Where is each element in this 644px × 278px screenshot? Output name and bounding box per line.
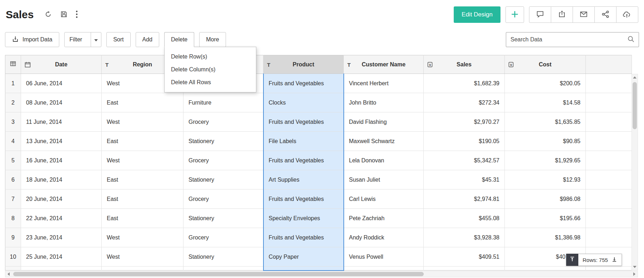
category-cell[interactable]: Grocery bbox=[183, 189, 263, 209]
region-cell[interactable]: East bbox=[102, 170, 183, 189]
region-cell[interactable]: East bbox=[102, 189, 183, 209]
row-number-cell[interactable]: 2 bbox=[5, 93, 21, 112]
scroll-to-bottom-button[interactable] bbox=[612, 257, 617, 263]
sort-button[interactable]: Sort bbox=[106, 32, 130, 47]
product-cell[interactable]: Fruits and Vegetables bbox=[263, 112, 344, 132]
sales-cell[interactable]: $45.31 bbox=[424, 170, 505, 189]
export-button[interactable] bbox=[551, 6, 573, 23]
region-cell[interactable]: East bbox=[102, 93, 183, 112]
category-cell[interactable]: Grocery bbox=[183, 112, 263, 132]
region-cell[interactable]: East bbox=[102, 209, 183, 228]
column-header-product[interactable]: T Product bbox=[263, 55, 344, 74]
date-cell[interactable]: 13 June, 2014 bbox=[21, 132, 102, 151]
date-cell[interactable]: 25 June, 2014 bbox=[21, 247, 102, 267]
sales-cell[interactable]: $2,970.27 bbox=[424, 112, 505, 132]
cost-cell[interactable]: $12.93 bbox=[505, 170, 586, 189]
date-cell[interactable]: 23 June, 2014 bbox=[21, 228, 102, 247]
product-cell[interactable]: Fruits and Vegetables bbox=[263, 151, 344, 170]
product-cell[interactable]: Art Supplies bbox=[263, 170, 344, 189]
region-cell[interactable]: West bbox=[102, 228, 183, 247]
select-all-header[interactable] bbox=[5, 55, 21, 74]
sales-cell[interactable]: $409.51 bbox=[424, 247, 505, 267]
column-header-date[interactable]: Date bbox=[21, 55, 102, 74]
horizontal-scrollbar-thumb[interactable] bbox=[13, 272, 424, 276]
add-button[interactable]: Add bbox=[136, 32, 159, 47]
row-number-cell[interactable]: 6 bbox=[5, 170, 21, 189]
row-number-cell[interactable]: 1 bbox=[5, 74, 21, 93]
comments-button[interactable] bbox=[529, 6, 551, 23]
scroll-up-arrow[interactable] bbox=[632, 75, 638, 80]
more-button[interactable]: More bbox=[199, 32, 226, 47]
date-cell[interactable]: 20 June, 2014 bbox=[21, 189, 102, 209]
sales-cell[interactable]: $455.08 bbox=[424, 209, 505, 228]
category-cell[interactable]: Grocery bbox=[183, 228, 263, 247]
customer-cell[interactable] bbox=[344, 267, 424, 271]
email-button[interactable] bbox=[573, 6, 595, 23]
search-input[interactable] bbox=[510, 36, 628, 43]
product-cell[interactable] bbox=[263, 267, 344, 271]
date-cell[interactable]: 16 June, 2014 bbox=[21, 151, 102, 170]
category-cell[interactable]: Furniture bbox=[183, 93, 263, 112]
date-cell[interactable]: 18 June, 2014 bbox=[21, 170, 102, 189]
product-cell[interactable]: Specialty Envelopes bbox=[263, 209, 344, 228]
column-header-sales[interactable]: 9 Sales bbox=[424, 55, 505, 74]
row-number-cell[interactable] bbox=[5, 267, 21, 271]
scroll-to-top-button[interactable] bbox=[566, 254, 578, 266]
customer-cell[interactable]: David Flashing bbox=[344, 112, 424, 132]
cost-cell[interactable]: $986.08 bbox=[505, 189, 586, 209]
sales-cell[interactable]: $3,928.38 bbox=[424, 228, 505, 247]
product-cell[interactable]: Fruits and Vegetables bbox=[263, 228, 344, 247]
column-header-cost[interactable]: 9 Cost bbox=[505, 55, 586, 74]
product-cell[interactable]: Copy Paper bbox=[263, 247, 344, 267]
row-number-cell[interactable]: 10 bbox=[5, 247, 21, 267]
customer-cell[interactable]: Venus Powell bbox=[344, 247, 424, 267]
cost-cell[interactable]: $14.58 bbox=[505, 93, 586, 112]
category-cell[interactable]: Stationery bbox=[183, 247, 263, 267]
more-options-button[interactable] bbox=[76, 10, 78, 20]
region-cell[interactable]: West bbox=[102, 112, 183, 132]
product-cell[interactable]: Fruits and Vegetables bbox=[263, 189, 344, 209]
sales-cell[interactable]: $190.05 bbox=[424, 132, 505, 151]
sales-cell[interactable]: $1,682.39 bbox=[424, 74, 505, 93]
sales-cell[interactable]: $272.34 bbox=[424, 93, 505, 112]
category-cell[interactable]: Grocery bbox=[183, 151, 263, 170]
cost-cell[interactable]: $1,929.65 bbox=[505, 151, 586, 170]
save-button[interactable] bbox=[60, 10, 68, 19]
horizontal-scrollbar[interactable] bbox=[5, 271, 638, 277]
row-number-cell[interactable]: 5 bbox=[5, 151, 21, 170]
customer-cell[interactable]: Maxwell Schwartz bbox=[344, 132, 424, 151]
cost-cell[interactable] bbox=[505, 267, 586, 271]
row-number-cell[interactable]: 9 bbox=[5, 228, 21, 247]
product-cell[interactable]: Clocks bbox=[263, 93, 344, 112]
category-cell[interactable]: Stationery bbox=[183, 209, 263, 228]
menu-item-delete-all-rows[interactable]: Delete All Rows bbox=[165, 76, 256, 89]
sales-cell[interactable] bbox=[424, 267, 505, 271]
filter-button[interactable]: Filter bbox=[65, 32, 87, 47]
date-cell[interactable]: 08 June, 2014 bbox=[21, 93, 102, 112]
scroll-down-arrow[interactable] bbox=[632, 264, 638, 270]
column-header-customer[interactable]: T Customer Name bbox=[344, 55, 424, 74]
delete-button[interactable]: Delete bbox=[164, 32, 194, 47]
category-cell[interactable] bbox=[183, 267, 263, 271]
region-cell[interactable]: West bbox=[102, 247, 183, 267]
edit-design-button[interactable]: Edit Design bbox=[454, 6, 500, 23]
sales-cell[interactable]: $2,974.81 bbox=[424, 189, 505, 209]
cost-cell[interactable]: $195.66 bbox=[505, 209, 586, 228]
add-new-button[interactable] bbox=[505, 6, 524, 23]
filter-dropdown-toggle[interactable] bbox=[91, 32, 101, 47]
menu-item-delete-rows[interactable]: Delete Row(s) bbox=[165, 50, 256, 63]
region-cell[interactable]: East bbox=[102, 132, 183, 151]
customer-cell[interactable]: Pete Zachriah bbox=[344, 209, 424, 228]
scroll-right-arrow[interactable] bbox=[632, 271, 637, 277]
refresh-button[interactable] bbox=[44, 10, 52, 19]
import-data-button[interactable]: Import Data bbox=[5, 32, 59, 47]
row-number-cell[interactable]: 3 bbox=[5, 112, 21, 132]
customer-cell[interactable]: Lela Donovan bbox=[344, 151, 424, 170]
date-cell[interactable]: 06 June, 2014 bbox=[21, 74, 102, 93]
date-cell[interactable] bbox=[21, 267, 102, 271]
cost-cell[interactable]: $1,635.85 bbox=[505, 112, 586, 132]
cost-cell[interactable]: $1,386.98 bbox=[505, 228, 586, 247]
customer-cell[interactable]: Susan Juliet bbox=[344, 170, 424, 189]
row-number-cell[interactable]: 8 bbox=[5, 209, 21, 228]
row-number-cell[interactable]: 4 bbox=[5, 132, 21, 151]
